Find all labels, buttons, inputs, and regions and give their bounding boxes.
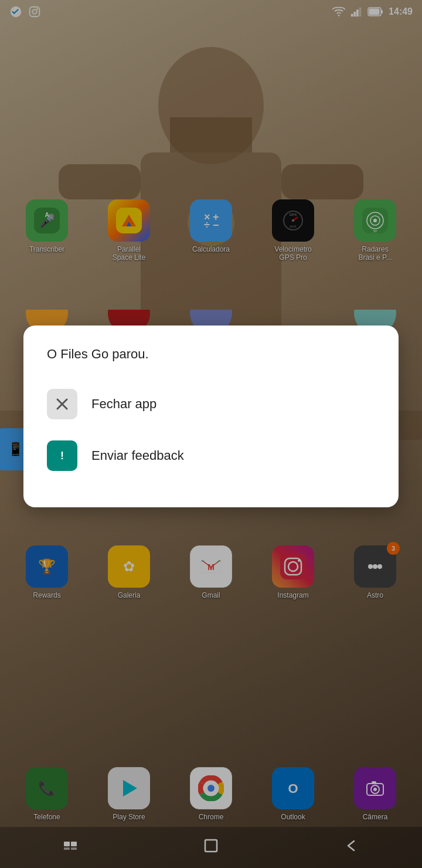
send-feedback-label: Enviar feedback (91, 448, 184, 463)
close-app-label: Fechar app (91, 396, 156, 412)
dialog-title: O Files Go parou. (47, 347, 375, 362)
close-app-option[interactable]: Fechar app (47, 383, 375, 425)
svg-text:!: ! (60, 450, 64, 462)
close-app-icon (47, 389, 77, 419)
send-feedback-option[interactable]: ! Enviar feedback (47, 435, 375, 477)
send-feedback-icon: ! (47, 440, 77, 471)
error-dialog: O Files Go parou. Fechar app ! Enviar fe… (23, 326, 399, 507)
